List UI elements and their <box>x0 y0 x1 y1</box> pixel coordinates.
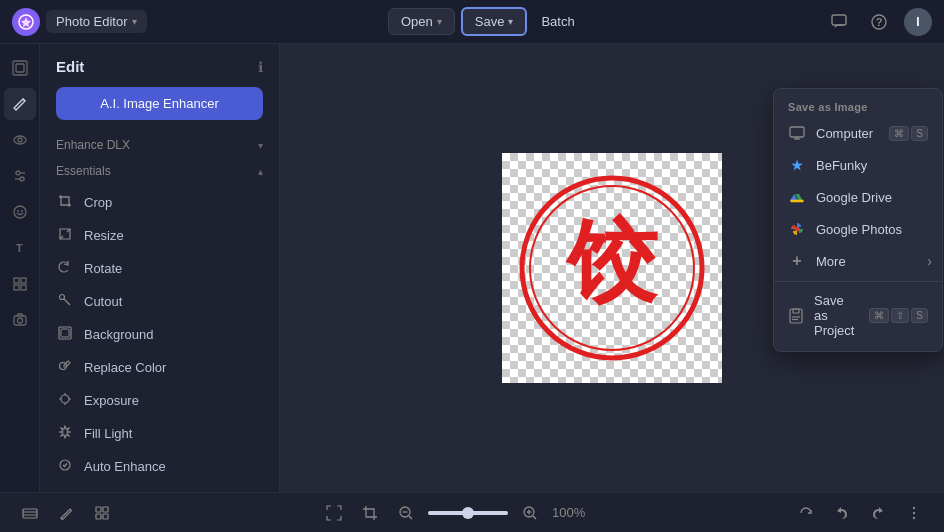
sidebar-text-tool[interactable]: T <box>4 232 36 264</box>
computer-shortcut: ⌘ S <box>889 126 928 141</box>
ai-enhancer-label: A.I. Image Enhancer <box>100 96 219 111</box>
svg-rect-1 <box>832 15 846 25</box>
sidebar-tune-tool[interactable] <box>4 160 36 192</box>
dropdown-google-drive-label: Google Drive <box>816 190 892 205</box>
svg-point-27 <box>61 395 69 403</box>
sidebar-graphics-tool[interactable] <box>4 268 36 300</box>
dropdown-item-save-project[interactable]: Save as Project ⌘ ⇧ S <box>774 286 942 345</box>
batch-button[interactable]: Batch <box>533 9 582 34</box>
app-title-button[interactable]: Photo Editor ▾ <box>46 10 147 33</box>
svg-line-59 <box>533 516 536 519</box>
avatar[interactable]: I <box>904 8 932 36</box>
essentials-section[interactable]: Essentials ▴ <box>40 158 279 184</box>
svg-rect-25 <box>61 329 69 337</box>
undo-button[interactable] <box>828 499 856 527</box>
google-photos-icon <box>788 220 806 238</box>
open-button[interactable]: Open ▾ <box>388 8 455 35</box>
svg-point-11 <box>20 177 24 181</box>
tool-item-fill-light[interactable]: Fill Light <box>40 417 279 450</box>
more-icon: + <box>788 252 806 270</box>
panel-title: Edit <box>56 58 84 75</box>
tool-item-rotate[interactable]: Rotate <box>40 252 279 285</box>
svg-rect-16 <box>14 278 19 283</box>
tool-exposure-label: Exposure <box>84 393 139 408</box>
open-label: Open <box>401 14 433 29</box>
tool-item-resize[interactable]: Resize <box>40 219 279 252</box>
logo-area: Photo Editor ▾ <box>12 8 147 36</box>
refresh-icon-button[interactable] <box>792 499 820 527</box>
tool-item-cutout[interactable]: Cutout <box>40 285 279 318</box>
dropdown-item-befunky[interactable]: ★ BeFunky <box>774 149 942 181</box>
replace-color-icon <box>56 359 74 376</box>
layers-icon-button[interactable] <box>16 499 44 527</box>
panel-header: Edit ℹ <box>40 44 279 83</box>
sidebar-edit-tool[interactable] <box>4 88 36 120</box>
crop-tool-button[interactable] <box>356 499 384 527</box>
svg-rect-37 <box>790 127 804 137</box>
resize-icon <box>56 227 74 244</box>
befunky-icon: ★ <box>788 156 806 174</box>
redo-button[interactable] <box>864 499 892 527</box>
sidebar-select-tool[interactable] <box>4 52 36 84</box>
svg-point-60 <box>913 506 915 508</box>
dropdown-befunky-label: BeFunky <box>816 158 867 173</box>
svg-point-61 <box>913 511 915 513</box>
svg-point-7 <box>18 138 22 142</box>
tool-rotate-label: Rotate <box>84 261 122 276</box>
svg-rect-49 <box>96 507 101 512</box>
zoom-in-button[interactable] <box>516 499 544 527</box>
sidebar-sticker-tool[interactable] <box>4 196 36 228</box>
svg-rect-45 <box>23 509 37 518</box>
dropdown-item-google-photos[interactable]: Google Photos <box>774 213 942 245</box>
svg-rect-42 <box>793 309 799 313</box>
tool-item-replace-color[interactable]: Replace Color <box>40 351 279 384</box>
tool-item-beautify[interactable]: Beautify <box>40 483 279 492</box>
tool-item-auto-enhance[interactable]: Auto Enhance <box>40 450 279 483</box>
dropdown-divider <box>774 281 942 282</box>
svg-point-12 <box>14 206 26 218</box>
zoom-slider-thumb <box>462 507 474 519</box>
canvas-area: 饺 Save as Image Computer ⌘ S <box>280 44 944 492</box>
svg-point-21 <box>17 318 22 323</box>
bottom-right <box>792 499 928 527</box>
tool-item-background[interactable]: Background <box>40 318 279 351</box>
save-dropdown-menu: Save as Image Computer ⌘ S ★ BeFunky <box>773 88 943 352</box>
info-icon[interactable]: ℹ <box>258 59 263 75</box>
save-chevron-icon: ▾ <box>508 16 513 27</box>
svg-rect-17 <box>21 278 26 283</box>
tool-replace-color-label: Replace Color <box>84 360 166 375</box>
dropdown-item-computer[interactable]: Computer ⌘ S <box>774 117 942 149</box>
open-chevron-icon: ▾ <box>437 16 442 27</box>
dropdown-item-more[interactable]: + More <box>774 245 942 277</box>
topbar-right: ? I <box>824 7 932 37</box>
comment-icon-button[interactable] <box>824 7 854 37</box>
grid-icon-button[interactable] <box>88 499 116 527</box>
ai-enhancer-button[interactable]: A.I. Image Enhancer <box>56 87 263 120</box>
computer-icon <box>788 124 806 142</box>
enhance-dlx-section[interactable]: Enhance DLX ▾ <box>40 132 279 158</box>
fit-screen-button[interactable] <box>320 499 348 527</box>
pen-icon-button[interactable] <box>52 499 80 527</box>
bottombar: 100% <box>0 492 944 532</box>
dropdown-item-google-drive[interactable]: Google Drive <box>774 181 942 213</box>
crop-icon <box>56 194 74 211</box>
save-button[interactable]: Save ▾ <box>461 7 528 36</box>
save-project-icon <box>788 307 804 325</box>
app-title-text: Photo Editor <box>56 14 128 29</box>
sidebar-photo-tool[interactable] <box>4 304 36 336</box>
tool-item-exposure[interactable]: Exposure <box>40 384 279 417</box>
cutout-icon <box>56 293 74 310</box>
svg-line-23 <box>64 299 70 305</box>
zoom-out-button[interactable] <box>392 499 420 527</box>
svg-rect-51 <box>96 514 101 519</box>
sidebar-eye-tool[interactable] <box>4 124 36 156</box>
more-options-button[interactable] <box>900 499 928 527</box>
svg-point-22 <box>60 295 65 300</box>
app-title-chevron-icon: ▾ <box>132 16 137 27</box>
tool-item-crop[interactable]: Crop <box>40 186 279 219</box>
fill-light-icon <box>56 425 74 442</box>
left-panel: Edit ℹ A.I. Image Enhancer Enhance DLX ▾… <box>40 44 280 492</box>
help-icon-button[interactable]: ? <box>864 7 894 37</box>
zoom-slider[interactable] <box>428 511 508 515</box>
svg-point-6 <box>14 136 26 144</box>
